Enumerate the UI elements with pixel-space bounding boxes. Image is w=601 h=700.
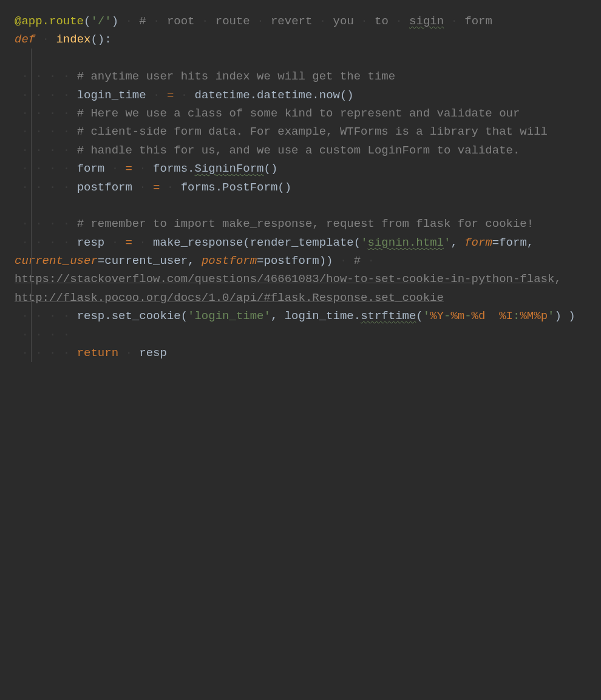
whitespace-dot: · · · · (15, 346, 77, 360)
whitespace-dot: · (146, 15, 167, 28)
variable: login_time (77, 89, 146, 102)
paren: ( (416, 309, 423, 323)
operator-equals: = (153, 181, 160, 194)
comment: route (216, 15, 250, 28)
whitespace-dot: · · · · (15, 217, 77, 231)
code-line-6[interactable]: · · · · # client-side form data. For exa… (15, 123, 589, 141)
whitespace-dot: · · · · (15, 125, 77, 138)
code-line-4[interactable]: · · · · login_time · = · datetime.dateti… (15, 86, 589, 104)
paren: ) (112, 15, 118, 28)
whitespace-dot: · (174, 89, 194, 102)
whitespace-dot: · (333, 254, 354, 268)
value: form, (499, 236, 540, 249)
expression: resp.set_cookie( (77, 309, 188, 323)
kwarg: current_user (15, 254, 98, 268)
whitespace-dot: · (354, 15, 375, 28)
decorator-route: route (49, 15, 84, 28)
comment-link[interactable]: https://stackoverflow.com/questions/4666… (15, 272, 554, 286)
keyword-def: def (15, 33, 35, 46)
value: current_user, (104, 254, 202, 268)
whitespace-dot: · · · · (15, 309, 77, 323)
function-name: index (56, 33, 90, 46)
code-line-3[interactable]: · · · · # anytime user hits index we wil… (15, 67, 589, 86)
variable: form (77, 162, 105, 175)
code-line-13[interactable]: · · · · return · resp (15, 344, 589, 362)
whitespace-dot: · (118, 346, 139, 360)
expression: , login_time. (271, 309, 361, 323)
whitespace-dot: · (361, 254, 381, 268)
whitespace-dot: · (132, 181, 153, 194)
comma: , (450, 236, 464, 249)
comment: revert (271, 15, 312, 28)
whitespace-dot: · (250, 15, 271, 28)
method-typo: strftime (361, 309, 416, 323)
whitespace-dot: · (195, 15, 216, 28)
comment: # handle this for us, and we use a custo… (77, 144, 520, 157)
whitespace-dot: · · · · (15, 236, 77, 249)
string: '/' (90, 15, 111, 28)
format-code: %Y (430, 309, 444, 323)
whitespace-dot: · · · · (15, 328, 77, 342)
code-line-7[interactable]: · · · · # handle this for us, and we use… (15, 141, 589, 160)
comment: # remember to import make_response, requ… (77, 217, 534, 231)
expression-prefix: forms. (153, 162, 194, 175)
code-line-5[interactable]: · · · · # Here we use a class of some ki… (15, 104, 589, 123)
comment: to (375, 15, 389, 28)
code-line-blank[interactable] (15, 49, 589, 67)
string-quote: ' (444, 236, 450, 249)
equals: = (492, 236, 499, 249)
comma: , (554, 272, 568, 286)
keyword-return: return (77, 346, 118, 360)
whitespace-dot: · · · · (15, 144, 77, 157)
string-quote: ' (361, 236, 367, 249)
code-line-11[interactable]: · · · · resp · = · make_response(render_… (15, 234, 589, 308)
comment: you (333, 15, 354, 28)
code-line-9[interactable]: · · · · postform · = · forms.PostForm() (15, 178, 589, 197)
format-code: %I (499, 309, 513, 323)
indent-guide (31, 49, 32, 362)
string-space (485, 309, 499, 323)
operator-equals: = (125, 236, 132, 249)
code-line-8[interactable]: · · · · form · = · forms.SigninForm() (15, 160, 589, 178)
comment-typo: sigin (409, 15, 444, 28)
kwarg: form (464, 236, 492, 249)
whitespace-dot: · (118, 15, 139, 28)
code-line-10[interactable]: · · · · # remember to import make_respon… (15, 215, 589, 233)
expression: datetime.datetime.now() (195, 89, 354, 102)
decorator-dot: . (42, 15, 49, 28)
string-colon: : (513, 309, 520, 323)
code-line-blank-warn[interactable]: · · · · (15, 326, 589, 344)
whitespace-dot: · (444, 15, 464, 28)
code-line-12[interactable]: · · · · resp.set_cookie('login_time', lo… (15, 307, 589, 325)
value: postform)) (264, 254, 333, 268)
string-quote: ' (423, 309, 430, 323)
comment-link[interactable]: http://flask.pocoo.org/docs/1.0/api/#fla… (15, 291, 444, 305)
comment: # Here we use a class of some kind to re… (77, 107, 520, 120)
code-line-blank[interactable] (15, 197, 589, 215)
code-line-2[interactable]: def · index(): (15, 30, 589, 49)
decorator: @app (15, 15, 42, 28)
string-dash: - (464, 309, 471, 323)
whitespace-dot: · (104, 236, 125, 249)
paren: ( (84, 15, 90, 28)
code-editor[interactable]: @app.route('/') · # · root · route · rev… (15, 12, 589, 362)
comment: # anytime user hits index we will get th… (77, 70, 396, 83)
format-code: %M%p (520, 309, 548, 323)
whitespace-dot: · · · · (15, 162, 77, 175)
comment: # client-side form data. For example, WT… (77, 125, 548, 138)
whitespace-dot: · · · · (15, 70, 77, 83)
kwarg: postform (202, 254, 257, 268)
code-line-1[interactable]: @app.route('/') · # · root · route · rev… (15, 12, 589, 30)
return-value: resp (139, 346, 167, 360)
paren-colon: (): (90, 33, 111, 46)
comment: root (167, 15, 195, 28)
format-code: %m (450, 309, 464, 323)
class-name-typo: SigninForm (195, 162, 264, 175)
comment-hash: # (139, 15, 146, 28)
expression-suffix: () (264, 162, 278, 175)
whitespace-dot: · (312, 15, 333, 28)
whitespace-dot: · (104, 162, 125, 175)
variable: postform (77, 181, 132, 194)
string: 'login_time' (188, 309, 271, 323)
expression: forms.PostForm() (181, 181, 291, 194)
